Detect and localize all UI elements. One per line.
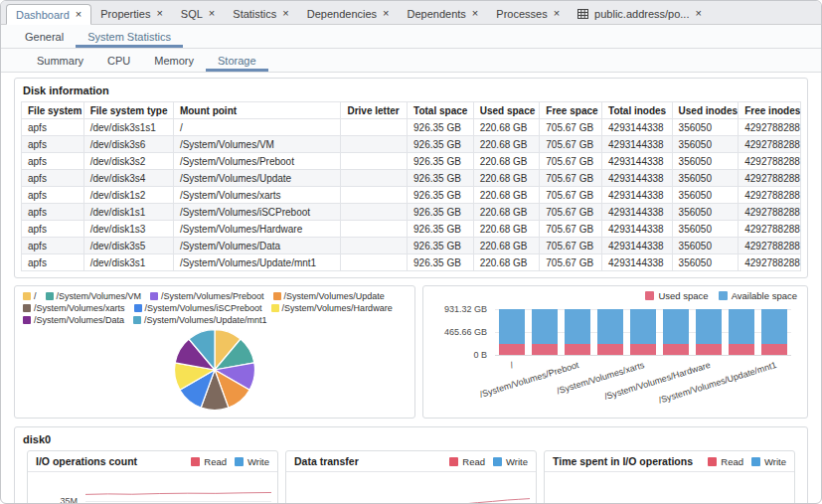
- window-tab-label: Properties: [100, 8, 150, 20]
- pie-legend-label: /System/Volumes/xarts: [34, 302, 125, 314]
- column-header: Free space: [540, 102, 602, 119]
- bar-used-segment: [761, 344, 787, 355]
- pgadmin-dashboard-window: { "window_tabs": [ {"label":"Dashboard",…: [0, 0, 822, 504]
- table-cell: 356050: [672, 170, 739, 187]
- subtab-summary[interactable]: Summary: [25, 49, 95, 72]
- window-tab-processes[interactable]: Processes×: [487, 3, 569, 24]
- stacked-bar: [761, 309, 787, 355]
- nav-tab-system-statistics[interactable]: System Statistics: [76, 25, 183, 48]
- table-cell: 356050: [672, 187, 739, 204]
- table-cell: 926.35 GB: [408, 238, 474, 254]
- table-cell: 356050: [672, 254, 739, 271]
- table-cell: 356050: [672, 153, 739, 170]
- table-cell: /System/Volumes/Update/mnt1: [173, 254, 341, 271]
- close-icon[interactable]: ×: [472, 8, 478, 19]
- table-cell: 4292788288: [739, 153, 801, 170]
- bar-available-segment: [499, 309, 525, 344]
- table-cell: apfs: [22, 153, 84, 170]
- table-cell: 4293144338: [602, 153, 673, 170]
- pie-chart-wrap: [23, 326, 407, 414]
- close-icon[interactable]: ×: [383, 8, 389, 19]
- io-line-chart: [344, 472, 530, 504]
- legend-swatch-icon: [273, 292, 281, 300]
- table-cell: /System/Volumes/xarts: [173, 187, 341, 204]
- table-cell: 926.35 GB: [408, 119, 474, 136]
- close-icon[interactable]: ×: [209, 8, 215, 19]
- bar-legend-label: Used space: [658, 290, 708, 301]
- close-icon[interactable]: ×: [156, 8, 162, 19]
- table-cell: 356050: [672, 204, 739, 221]
- column-header: File system: [22, 102, 84, 119]
- io-chart-legend: ReadWrite: [708, 456, 786, 467]
- table-row: apfs/dev/disk3s6/System/Volumes/VM926.35…: [22, 136, 801, 153]
- disk-information-title: Disk information: [15, 79, 807, 101]
- window-tab-public-address-po-[interactable]: public.address/po...×: [569, 3, 711, 24]
- window-tab-dashboard[interactable]: Dashboard×: [6, 4, 91, 25]
- io-legend-item: Read: [708, 456, 743, 467]
- storage-charts-row: //System/Volumes/VM/System/Volumes/Prebo…: [14, 285, 808, 419]
- window-tab-dependents[interactable]: Dependents×: [399, 3, 488, 24]
- close-icon[interactable]: ×: [282, 8, 288, 19]
- pie-legend-label: /System/Volumes/Hardware: [282, 302, 393, 314]
- table-cell: /dev/disk3s4: [83, 170, 173, 187]
- legend-swatch-icon: [719, 291, 728, 300]
- io-line-chart: [602, 472, 788, 504]
- table-cell: 705.67 GB: [540, 254, 602, 271]
- io-chart-body: 1.11 h: [545, 472, 794, 504]
- pie-legend-item: /System/Volumes/xarts: [23, 302, 125, 314]
- stacked-bar: [565, 309, 590, 355]
- table-row: apfs/dev/disk3s5/System/Volumes/Data926.…: [22, 238, 801, 254]
- bar-used-segment: [630, 344, 656, 355]
- bar-available-segment: [630, 309, 656, 344]
- window-tab-dependencies[interactable]: Dependencies×: [298, 3, 399, 24]
- disk0-panel: disk0 I/O operations countReadWrite35M30…: [14, 426, 808, 504]
- table-cell: 4293144338: [602, 136, 673, 153]
- column-header: Total inodes: [602, 102, 673, 119]
- window-tab-sql[interactable]: SQL×: [172, 3, 224, 24]
- column-header: Free inodes: [739, 102, 801, 119]
- pie-legend-label: /System/Volumes/Preboot: [161, 290, 264, 302]
- table-cell: apfs: [22, 170, 84, 187]
- window-tab-label: Dependents: [408, 8, 466, 20]
- close-icon[interactable]: ×: [76, 9, 82, 20]
- io-chart-panel: Time spent in I/O operationsReadWrite1.1…: [544, 450, 795, 504]
- table-cell: [341, 221, 408, 238]
- bar-legend-item: Available space: [719, 290, 797, 301]
- subtab-storage[interactable]: Storage: [206, 49, 268, 72]
- table-cell: apfs: [22, 204, 84, 221]
- column-header: File system type: [83, 102, 173, 119]
- legend-swatch-icon: [271, 304, 279, 312]
- io-chart-panel: Data transferReadWrite314.79 GB: [285, 450, 537, 504]
- stacked-bar: [532, 309, 558, 355]
- bar-available-segment: [729, 309, 754, 344]
- table-cell: 4293144338: [602, 187, 673, 204]
- window-tab-label: SQL: [181, 8, 203, 20]
- close-icon[interactable]: ×: [554, 8, 560, 19]
- window-tab-statistics[interactable]: Statistics×: [224, 3, 297, 24]
- bar-used-segment: [565, 344, 590, 355]
- io-legend-label: Write: [247, 456, 269, 467]
- legend-swatch-icon: [134, 304, 142, 312]
- disk-information-table: File systemFile system typeMount pointDr…: [21, 101, 801, 271]
- io-legend-item: Write: [493, 456, 528, 467]
- window-tab-properties[interactable]: Properties×: [91, 3, 172, 24]
- table-cell: /System/Volumes/iSCPreboot: [173, 204, 341, 221]
- window-tab-label: Dependencies: [307, 8, 377, 20]
- nav-tab-general[interactable]: General: [13, 25, 76, 48]
- table-cell: apfs: [22, 119, 84, 136]
- pie-legend-item: /System/Volumes/iSCPreboot: [134, 302, 262, 314]
- table-cell: 4292788288: [739, 238, 801, 254]
- close-icon[interactable]: ×: [695, 8, 701, 19]
- table-cell: 220.68 GB: [473, 238, 540, 254]
- table-row: apfs/dev/disk3s1s1/926.35 GB220.68 GB705…: [22, 119, 801, 136]
- bar-legend-label: Available space: [732, 290, 797, 301]
- subtab-memory[interactable]: Memory: [142, 49, 206, 72]
- table-cell: 4293144338: [602, 119, 673, 136]
- stacked-bar: [597, 309, 623, 355]
- pie-legend-label: /: [34, 290, 37, 302]
- io-chart-legend: ReadWrite: [449, 456, 528, 467]
- table-cell: apfs: [22, 238, 84, 254]
- subtab-cpu[interactable]: CPU: [95, 49, 142, 72]
- table-cell: 220.68 GB: [473, 136, 540, 153]
- stacked-bar: [729, 309, 754, 355]
